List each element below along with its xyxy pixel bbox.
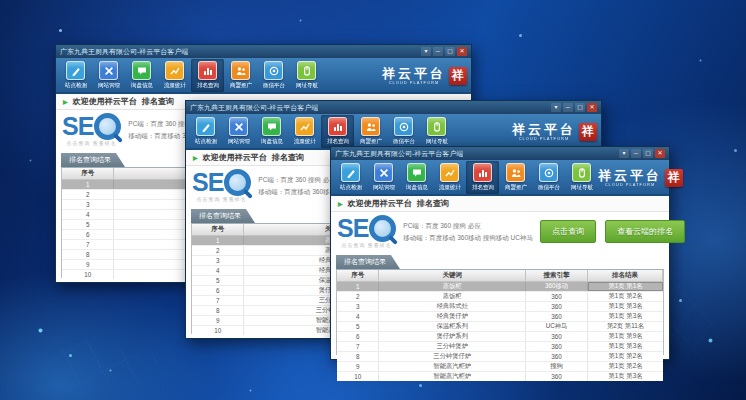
cell-rank: 第1页 第2名: [588, 352, 663, 361]
toolbar-item-网址导航[interactable]: 网址导航: [565, 161, 598, 194]
site-check-icon: [66, 61, 85, 80]
header-rank: 排名结果: [588, 270, 663, 281]
toolbar-item-流量统计[interactable]: 流量统计: [433, 161, 466, 194]
table-row[interactable]: 9智能蒸汽柜炉搜狗第1页 第2名: [337, 362, 663, 372]
minimize-button[interactable]: ─: [563, 103, 573, 112]
toolbar-item-label: 流量统计: [163, 81, 185, 89]
result-tab[interactable]: 排名查询结果: [191, 209, 255, 223]
toolbar-item-商盟推广[interactable]: 商盟推广: [499, 161, 532, 194]
brand-logo: 祥云平台 CLOUD PLATFORM 祥: [512, 115, 598, 148]
table-row[interactable]: 4经典煲仔炉360第1页 第3名: [337, 312, 663, 322]
toolbar-item-排名查询[interactable]: 排名查询: [321, 115, 354, 148]
cell-no: 8: [62, 250, 114, 259]
pc-engines-line: PC端：百度 360 搜狗 必应: [258, 176, 335, 183]
app-window: 广东九典王厨具有限公司-祥云平台客户端 ▾ ─ ▢ ✕ 站点检测网站管理询盘信息…: [330, 146, 670, 360]
toolbar-item-label: 微信平台: [262, 81, 284, 89]
table-row[interactable]: 6煲仔炉系列360第1页 第9名: [337, 332, 663, 342]
toolbar-item-流量统计[interactable]: 流量统计: [158, 59, 191, 92]
result-tab[interactable]: 排名查询结果: [61, 153, 125, 167]
skin-button[interactable]: ▾: [551, 103, 561, 112]
toolbar-item-商盟推广[interactable]: 商盟推广: [354, 115, 387, 148]
table-row[interactable]: 8三分钟煲仔炉360第1页 第2名: [337, 352, 663, 362]
magnifier-icon: [369, 215, 396, 242]
skin-button[interactable]: ▾: [619, 149, 629, 158]
cell-keyword: 煲仔炉系列: [379, 332, 526, 341]
seo-logo: SE 点击查询 查看排名: [62, 113, 121, 146]
toolbar-item-微信平台[interactable]: 微信平台: [257, 59, 290, 92]
toolbar-item-询盘信息[interactable]: 询盘信息: [400, 161, 433, 194]
site-manage-icon: [229, 117, 248, 136]
cell-no: 1: [62, 180, 114, 189]
table-row[interactable]: 3经典韩式灶360第1页 第3名: [337, 302, 663, 312]
breadcrumb-page: 排名查询: [142, 96, 174, 107]
inquiry-icon: [407, 163, 426, 182]
seo-logo-text: SE: [192, 170, 223, 195]
toolbar-item-站点检测[interactable]: 站点检测: [334, 161, 367, 194]
toolbar-item-站点检测[interactable]: 站点检测: [189, 115, 222, 148]
cell-no: 4: [62, 210, 114, 219]
cell-no: 9: [62, 260, 114, 269]
cell-no: 7: [192, 296, 244, 305]
toolbar-item-流量统计[interactable]: 流量统计: [288, 115, 321, 148]
cell-no: 8: [337, 352, 379, 361]
cloud-rank-button[interactable]: 查看云端的排名: [605, 220, 685, 243]
window-controls: ▾ ─ ▢ ✕: [551, 103, 597, 112]
toolbar-item-微信平台[interactable]: 微信平台: [532, 161, 565, 194]
maximize-button[interactable]: ▢: [575, 103, 585, 112]
cell-no: 6: [337, 332, 379, 341]
minimize-button[interactable]: ─: [631, 149, 641, 158]
title-bar[interactable]: 广东九典王厨具有限公司-祥云平台客户端 ▾ ─ ▢ ✕: [186, 101, 601, 114]
toolbar-item-网址导航[interactable]: 网址导航: [290, 59, 323, 92]
title-bar[interactable]: 广东九典王厨具有限公司-祥云平台客户端 ▾ ─ ▢ ✕: [56, 45, 471, 58]
table-row[interactable]: 10智能蒸汽柜炉360第1页 第3名: [337, 372, 663, 381]
cell-engine: 360: [526, 292, 588, 301]
close-button[interactable]: ✕: [655, 149, 665, 158]
query-button[interactable]: 点击查询: [540, 220, 596, 243]
toolbar-item-排名查询[interactable]: 排名查询: [191, 59, 224, 92]
cell-keyword: 三分钟煲仔炉: [379, 352, 526, 361]
title-bar[interactable]: 广东九典王厨具有限公司-祥云平台客户端 ▾ ─ ▢ ✕: [331, 147, 669, 160]
cell-no: 7: [62, 240, 114, 249]
cell-engine: UC神马: [526, 322, 588, 331]
cell-keyword: 经典煲仔炉: [379, 312, 526, 321]
table-row[interactable]: 7三分钟煲炉360第1页 第3名: [337, 342, 663, 352]
table-row[interactable]: 5保温柜系列UC神马第2页 第11名: [337, 322, 663, 332]
toolbar-item-label: 微信平台: [392, 137, 414, 145]
toolbar-item-站点检测[interactable]: 站点检测: [59, 59, 92, 92]
toolbar-item-询盘信息[interactable]: 询盘信息: [125, 59, 158, 92]
cell-no: 3: [337, 302, 379, 311]
minimize-button[interactable]: ─: [433, 47, 443, 56]
maximize-button[interactable]: ▢: [445, 47, 455, 56]
cell-no: 9: [192, 316, 244, 325]
inquiry-icon: [132, 61, 151, 80]
toolbar-item-网站管理[interactable]: 网站管理: [367, 161, 400, 194]
cell-rank: 第1页 第1名: [588, 282, 663, 291]
mobile-engines-line: 移动端：百度移动 360移动 搜狗移动 UC神马: [403, 234, 533, 241]
maximize-button[interactable]: ▢: [643, 149, 653, 158]
toolbar-item-label: 商盟推广: [504, 183, 526, 191]
ranking-table: 序号 关键词 搜索引擎 排名结果 1蒸饭柜360移动第1页 第1名2蒸饭柜360…: [336, 269, 664, 355]
toolbar-item-排名查询[interactable]: 排名查询: [466, 161, 499, 194]
brand-seal-icon: 祥: [665, 169, 683, 187]
skin-button[interactable]: ▾: [421, 47, 431, 56]
cell-no: 6: [192, 286, 244, 295]
toolbar-item-询盘信息[interactable]: 询盘信息: [255, 115, 288, 148]
cell-no: 2: [337, 292, 379, 301]
table-row[interactable]: 2蒸饭柜360第1页 第2名: [337, 292, 663, 302]
toolbar-item-网址导航[interactable]: 网址导航: [420, 115, 453, 148]
breadcrumb-page: 排名查询: [417, 198, 449, 209]
close-button[interactable]: ✕: [457, 47, 467, 56]
toolbar-item-微信平台[interactable]: 微信平台: [387, 115, 420, 148]
breadcrumb-welcome: 欢迎使用祥云平台: [203, 152, 267, 163]
toolbar-item-label: 商盟推广: [359, 137, 381, 145]
table-row[interactable]: 1蒸饭柜360移动第1页 第1名: [337, 282, 663, 292]
seo-logo: SE 点击查询 查看排名: [337, 215, 396, 248]
result-tab[interactable]: 排名查询结果: [336, 255, 400, 269]
toolbar-item-网站管理[interactable]: 网站管理: [222, 115, 255, 148]
toolbar-item-商盟推广[interactable]: 商盟推广: [224, 59, 257, 92]
main-toolbar: 站点检测网站管理询盘信息流量统计排名查询商盟推广微信平台网址导航 祥云平台 CL…: [331, 160, 669, 196]
toolbar-item-网站管理[interactable]: 网站管理: [92, 59, 125, 92]
close-button[interactable]: ✕: [587, 103, 597, 112]
site-nav-icon: [427, 117, 446, 136]
main-toolbar: 站点检测网站管理询盘信息流量统计排名查询商盟推广微信平台网址导航 祥云平台 CL…: [186, 114, 601, 150]
